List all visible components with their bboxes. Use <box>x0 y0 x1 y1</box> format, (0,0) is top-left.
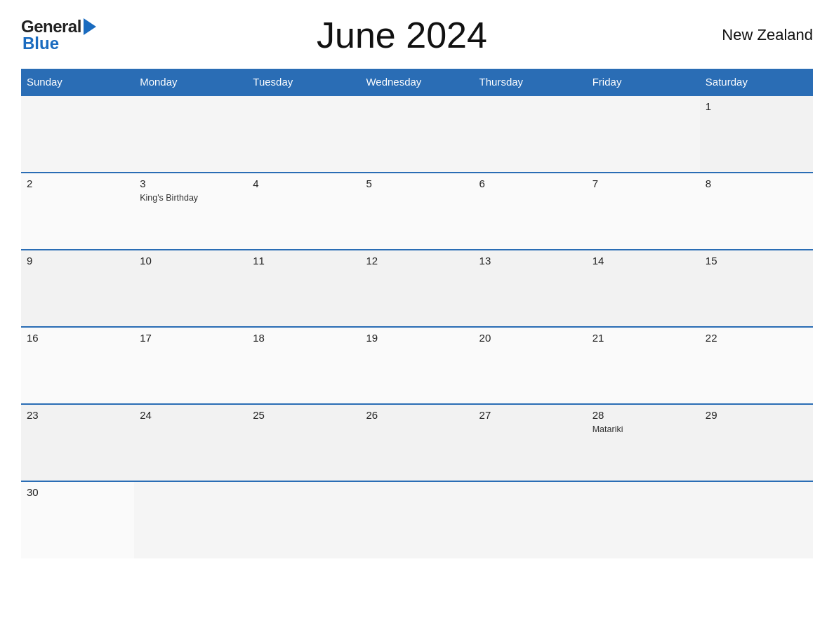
calendar-day-cell <box>587 95 700 173</box>
calendar-day-cell <box>360 95 473 173</box>
holiday-label: King's Birthday <box>140 193 198 203</box>
calendar-day-cell <box>474 95 587 173</box>
calendar-day-cell: 13 <box>474 250 587 327</box>
days-header-row: Sunday Monday Tuesday Wednesday Thursday… <box>21 69 813 95</box>
day-number: 7 <box>593 177 694 189</box>
calendar-day-cell: 26 <box>360 404 473 481</box>
calendar-day-cell: 21 <box>587 327 700 404</box>
calendar-day-cell: 3King's Birthday <box>134 173 247 250</box>
calendar-day-cell <box>247 95 360 173</box>
day-number: 4 <box>253 177 355 189</box>
header-wednesday: Wednesday <box>360 69 473 95</box>
day-number: 29 <box>706 409 807 421</box>
calendar-day-cell: 16 <box>21 327 134 404</box>
calendar-day-cell <box>21 95 134 173</box>
day-number: 26 <box>366 409 468 421</box>
day-number: 23 <box>27 409 128 421</box>
calendar-day-cell: 9 <box>21 250 134 327</box>
calendar-day-cell: 30 <box>21 481 134 558</box>
day-number: 28 <box>593 409 694 421</box>
calendar-day-cell: 2 <box>21 173 134 250</box>
day-number: 16 <box>27 332 128 344</box>
day-number: 1 <box>706 100 807 112</box>
calendar-day-cell: 12 <box>360 250 473 327</box>
day-number: 15 <box>706 255 807 267</box>
calendar-day-cell: 1 <box>700 95 813 173</box>
day-number: 20 <box>479 332 581 344</box>
calendar-day-cell <box>587 481 700 558</box>
header-sunday: Sunday <box>21 69 134 95</box>
calendar-day-cell: 22 <box>700 327 813 404</box>
day-number: 5 <box>366 177 468 189</box>
day-number: 30 <box>27 486 128 498</box>
calendar-day-cell: 19 <box>360 327 473 404</box>
day-number: 3 <box>140 177 241 189</box>
logo: General Blue <box>21 17 96 53</box>
calendar-day-cell: 11 <box>247 250 360 327</box>
holiday-label: Matariki <box>593 424 623 434</box>
calendar-day-cell: 20 <box>474 327 587 404</box>
day-number: 12 <box>366 255 468 267</box>
header-friday: Friday <box>587 69 700 95</box>
calendar-title: June 2024 <box>96 14 708 56</box>
calendar-day-cell: 29 <box>700 404 813 481</box>
calendar-week-row: 23King's Birthday45678 <box>21 173 813 250</box>
header-thursday: Thursday <box>474 69 587 95</box>
day-number: 6 <box>479 177 581 189</box>
calendar-day-cell <box>360 481 473 558</box>
calendar-day-cell: 27 <box>474 404 587 481</box>
calendar-day-cell: 4 <box>247 173 360 250</box>
day-number: 24 <box>140 409 241 421</box>
day-number: 17 <box>140 332 241 344</box>
calendar-day-cell <box>474 481 587 558</box>
calendar-day-cell: 15 <box>700 250 813 327</box>
header-monday: Monday <box>134 69 247 95</box>
day-number: 9 <box>27 255 128 267</box>
day-number: 18 <box>253 332 355 344</box>
day-number: 22 <box>706 332 807 344</box>
day-number: 2 <box>27 177 128 189</box>
calendar-day-cell <box>134 481 247 558</box>
logo-arrow-icon <box>84 18 96 35</box>
calendar-day-cell <box>134 95 247 173</box>
calendar-week-row: 30 <box>21 481 813 558</box>
calendar-day-cell <box>247 481 360 558</box>
calendar-day-cell: 18 <box>247 327 360 404</box>
calendar-day-cell: 10 <box>134 250 247 327</box>
header-saturday: Saturday <box>700 69 813 95</box>
calendar-day-cell: 14 <box>587 250 700 327</box>
calendar-day-cell: 7 <box>587 173 700 250</box>
day-number: 21 <box>593 332 694 344</box>
calendar-day-cell: 6 <box>474 173 587 250</box>
calendar-week-row: 232425262728Matariki29 <box>21 404 813 481</box>
day-number: 8 <box>706 177 807 189</box>
calendar-week-row: 16171819202122 <box>21 327 813 404</box>
calendar-week-row: 9101112131415 <box>21 250 813 327</box>
calendar-day-cell: 24 <box>134 404 247 481</box>
calendar-day-cell: 28Matariki <box>587 404 700 481</box>
calendar-day-cell: 17 <box>134 327 247 404</box>
day-number: 27 <box>479 409 581 421</box>
calendar-week-row: 1 <box>21 95 813 173</box>
day-number: 11 <box>253 255 355 267</box>
country-label: New Zealand <box>708 26 813 44</box>
header-tuesday: Tuesday <box>247 69 360 95</box>
day-number: 14 <box>593 255 694 267</box>
calendar-day-cell <box>700 481 813 558</box>
calendar-table: Sunday Monday Tuesday Wednesday Thursday… <box>21 69 813 558</box>
calendar-day-cell: 23 <box>21 404 134 481</box>
calendar-day-cell: 8 <box>700 173 813 250</box>
logo-blue-text: Blue <box>21 34 59 53</box>
day-number: 13 <box>479 255 581 267</box>
day-number: 10 <box>140 255 241 267</box>
calendar-day-cell: 25 <box>247 404 360 481</box>
page-header: General Blue June 2024 New Zealand <box>21 14 813 56</box>
day-number: 19 <box>366 332 468 344</box>
calendar-day-cell: 5 <box>360 173 473 250</box>
day-number: 25 <box>253 409 355 421</box>
